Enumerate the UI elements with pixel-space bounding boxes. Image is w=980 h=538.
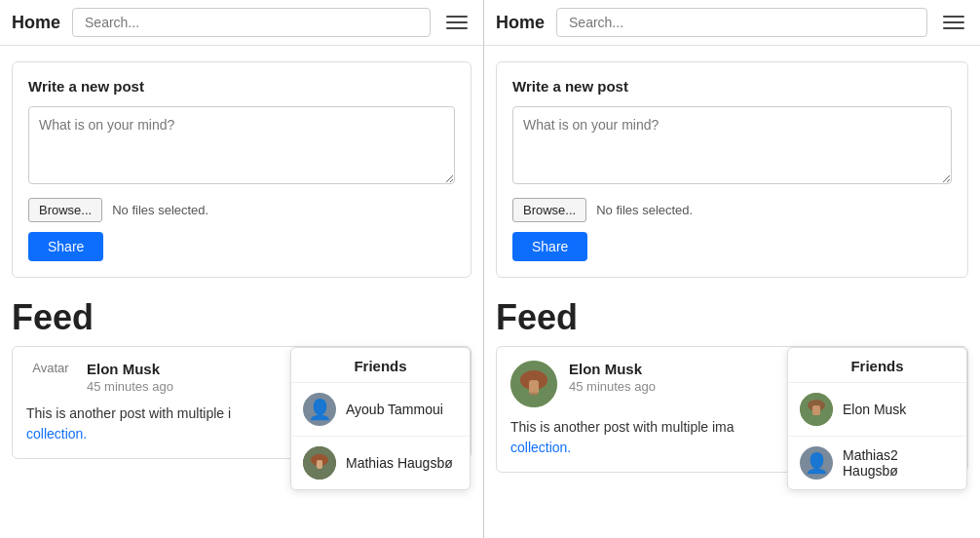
friend-name-right-1: Mathias2 Haugsbø (843, 447, 955, 479)
avatar-placeholder-left: Avatar (26, 361, 75, 375)
avatar-right (510, 361, 557, 407)
person-icon-right-1: 👤 (805, 451, 829, 475)
svg-rect-3 (317, 460, 322, 469)
file-row-left: Browse... No files selected. (28, 198, 455, 222)
write-post-title-right: Write a new post (512, 78, 952, 95)
friend-item-left-1[interactable]: Mathias Haugsbø (291, 437, 470, 489)
friend-avatar-left-1 (303, 446, 336, 480)
browse-button-right[interactable]: Browse... (512, 198, 586, 222)
friend-item-left-0[interactable]: 👤 Ayoub Tammoui (291, 383, 470, 437)
post-card-left: Avatar Elon Musk 45 minutes ago This is … (12, 346, 471, 459)
svg-rect-7 (529, 380, 539, 394)
feed-title-left: Feed (0, 293, 483, 346)
menu-line1-right (943, 16, 964, 18)
search-input-left[interactable] (72, 8, 431, 37)
menu-line3 (446, 27, 468, 29)
navbar-right: Home (484, 0, 980, 46)
friend-name-right-0: Elon Musk (843, 402, 906, 417)
menu-line1 (446, 16, 468, 18)
friend-name-left-0: Ayoub Tammoui (346, 402, 443, 417)
write-post-title-left: Write a new post (28, 78, 455, 95)
friend-item-right-1[interactable]: 👤 Mathias2 Haugsbø (788, 437, 966, 489)
brand-left: Home (12, 13, 60, 33)
person-icon-left-0: 👤 (308, 398, 332, 421)
friends-title-right: Friends (788, 348, 966, 383)
friend-avatar-right-1: 👤 (800, 446, 833, 480)
post-link-right[interactable]: collection. (510, 440, 571, 455)
menu-line2 (446, 21, 468, 23)
post-textarea-right[interactable] (512, 106, 952, 184)
menu-button-right[interactable] (939, 12, 968, 33)
friends-dropdown-left: Friends 👤 Ayoub Tammoui (290, 347, 471, 490)
file-row-right: Browse... No files selected. (512, 198, 952, 222)
avatar-svg-right (510, 361, 557, 407)
file-label-right: No files selected. (596, 203, 693, 217)
write-post-card-left: Write a new post Browse... No files sele… (12, 61, 471, 278)
post-link-left[interactable]: collection. (26, 426, 87, 442)
search-input-right[interactable] (556, 8, 927, 37)
browse-button-left[interactable]: Browse... (28, 198, 102, 222)
post-card-right: Elon Musk 45 minutes ago This is another… (496, 346, 968, 473)
mathias-avatar-svg-left (303, 446, 336, 480)
share-button-left[interactable]: Share (28, 232, 103, 261)
friend-avatar-right-0 (800, 393, 833, 426)
right-panel: Home Write a new post Browse... No files… (484, 0, 980, 538)
friends-dropdown-right: Friends Elon Musk 👤 Mathi (787, 347, 967, 490)
menu-line3-right (943, 27, 964, 29)
friend-avatar-left-0: 👤 (303, 393, 336, 426)
friends-title-left: Friends (291, 348, 470, 383)
svg-point-8 (529, 392, 539, 396)
navbar-left: Home (0, 0, 483, 46)
feed-title-right: Feed (484, 293, 980, 346)
left-panel: Home Write a new post Browse... No files… (0, 0, 484, 538)
share-button-right[interactable]: Share (512, 232, 587, 261)
post-textarea-left[interactable] (28, 106, 455, 184)
menu-line2-right (943, 21, 964, 23)
menu-button-left[interactable] (442, 12, 471, 33)
friend-name-left-1: Mathias Haugsbø (346, 455, 453, 471)
elon-avatar-svg-right (800, 393, 833, 426)
write-post-card-right: Write a new post Browse... No files sele… (496, 61, 968, 278)
svg-rect-11 (812, 405, 820, 415)
friend-item-right-0[interactable]: Elon Musk (788, 383, 966, 437)
brand-right: Home (496, 13, 545, 33)
file-label-left: No files selected. (112, 203, 208, 217)
